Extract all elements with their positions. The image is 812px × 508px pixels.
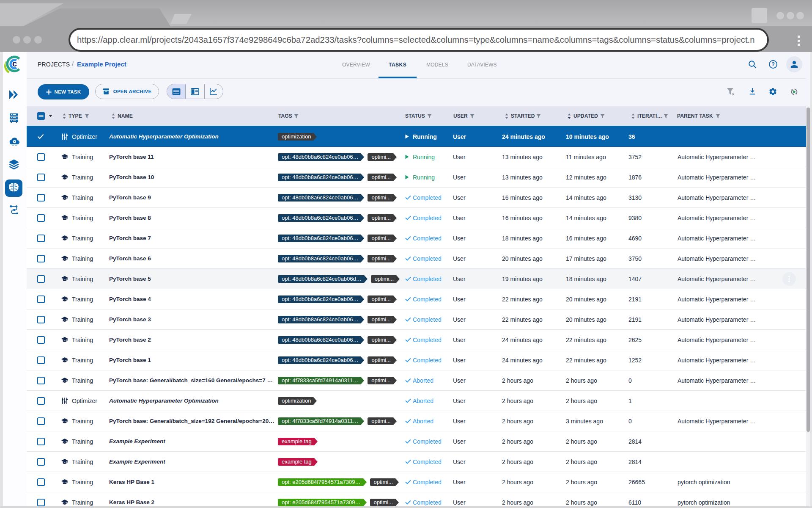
svg-text:?: ? bbox=[771, 61, 775, 67]
svg-text:c: c bbox=[12, 59, 17, 68]
